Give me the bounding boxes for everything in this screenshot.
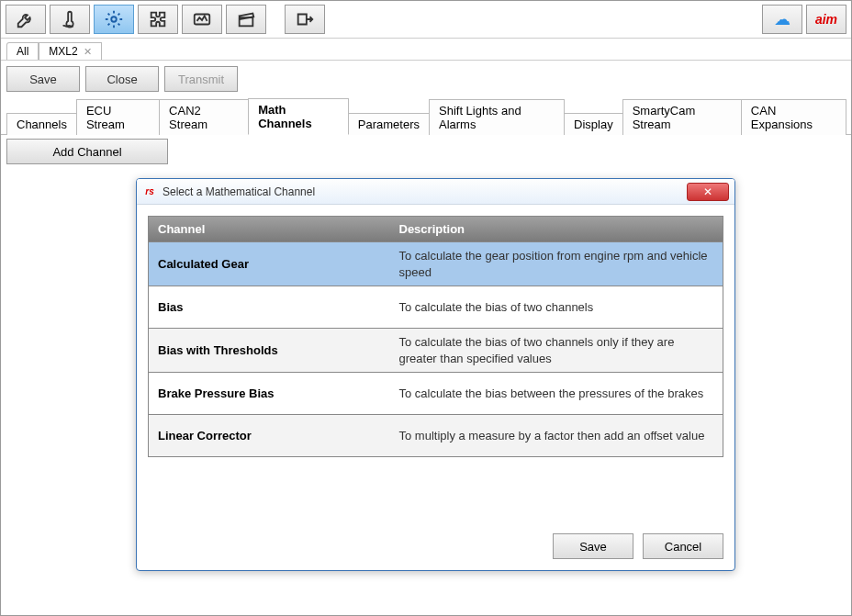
app-icon: rs (142, 185, 157, 199)
dialog-body: Channel Description Calculated Gear To c… (137, 205, 734, 524)
grid-header: Channel Description (149, 217, 723, 241)
dialog-title: Select a Mathematical Channel (163, 185, 315, 198)
gear-run-icon (104, 9, 124, 29)
aim-logo-icon: aim (815, 12, 837, 27)
toolbar-clapper-button[interactable] (226, 5, 266, 34)
grid-row[interactable]: Bias with Thresholds To calculate the bi… (149, 328, 723, 372)
transmit-button: Transmit (164, 66, 238, 92)
col-header-description: Description (390, 217, 723, 241)
aim-logo-button[interactable]: aim (806, 5, 846, 34)
channel-grid: Channel Description Calculated Gear To c… (148, 216, 723, 457)
wrench-icon (16, 9, 36, 29)
doc-tab-all-label: All (17, 45, 28, 58)
dialog-footer: Save Cancel (137, 524, 734, 570)
dialog-save-button[interactable]: Save (553, 533, 633, 559)
toolbar-export-button[interactable] (285, 5, 325, 34)
cell-channel: Bias (149, 295, 390, 319)
cloud-sync-icon: ☁ (774, 9, 790, 29)
tab-can-expansions[interactable]: CAN Expansions (741, 99, 846, 135)
add-channel-button[interactable]: Add Channel (6, 139, 168, 164)
cell-desc: To calculate the bias of two channels on… (390, 329, 723, 372)
toolbar-temperature-button[interactable] (50, 5, 90, 34)
cell-channel: Brake Pressure Bias (149, 381, 390, 406)
config-tabs: Channels ECU Stream CAN2 Stream Math Cha… (1, 97, 851, 135)
clapper-icon (236, 9, 256, 29)
cell-desc: To calculate the gear position from engi… (390, 242, 723, 286)
dialog-close-button[interactable]: ✕ (687, 183, 729, 201)
doc-tab-label: MXL2 (49, 45, 77, 58)
svg-point-0 (111, 17, 117, 22)
cell-channel: Linear Corrector (149, 423, 390, 448)
close-button[interactable]: Close (85, 66, 159, 92)
toolbar-gear-run-button[interactable] (94, 5, 134, 34)
cloud-sync-button[interactable]: ☁ (762, 5, 802, 34)
panel-toolbar: Add Channel (1, 135, 851, 168)
grid-row[interactable]: Calculated Gear To calculate the gear po… (149, 241, 723, 286)
tab-can2-stream[interactable]: CAN2 Stream (159, 99, 249, 135)
app-window: ☁ aim All MXL2 ✕ Save Close Transmit Cha… (0, 0, 852, 616)
cell-desc: To calculate the bias between the pressu… (390, 380, 723, 408)
tab-ecu-stream[interactable]: ECU Stream (76, 99, 160, 135)
grid-row[interactable]: Linear Corrector To multiply a measure b… (149, 414, 723, 456)
grid-row[interactable]: Bias To calculate the bias of two channe… (149, 286, 723, 328)
dialog-titlebar: rs Select a Mathematical Channel ✕ (137, 179, 734, 205)
main-toolbar: ☁ aim (1, 1, 851, 39)
cell-desc: To multiply a measure by a factor then a… (390, 422, 723, 450)
export-icon (295, 9, 315, 29)
cell-channel: Calculated Gear (149, 252, 390, 276)
tab-parameters[interactable]: Parameters (348, 113, 430, 135)
toolbar-puzzle-button[interactable] (138, 5, 178, 34)
meter-icon (192, 9, 212, 29)
grid-row[interactable]: Brake Pressure Bias To calculate the bia… (149, 372, 723, 414)
tab-shift-lights[interactable]: Shift Lights and Alarms (429, 99, 565, 135)
save-button[interactable]: Save (6, 66, 80, 92)
puzzle-icon (148, 9, 168, 29)
cell-channel: Bias with Thresholds (149, 338, 390, 363)
grid-body: Calculated Gear To calculate the gear po… (149, 241, 723, 456)
dialog-cancel-button[interactable]: Cancel (643, 533, 723, 559)
document-tabs: All MXL2 ✕ (1, 39, 851, 61)
toolbar-config-button[interactable] (6, 5, 46, 34)
doc-tab-all[interactable]: All (6, 42, 39, 60)
doc-tab-mxl2[interactable]: MXL2 ✕ (39, 42, 101, 60)
close-icon: ✕ (703, 185, 712, 198)
tab-smartycam[interactable]: SmartyCam Stream (622, 99, 742, 135)
tab-display[interactable]: Display (564, 113, 623, 135)
math-channel-dialog: rs Select a Mathematical Channel ✕ Chann… (136, 178, 735, 571)
close-icon[interactable]: ✕ (84, 46, 92, 58)
toolbar-meter-button[interactable] (182, 5, 222, 34)
tab-channels[interactable]: Channels (6, 113, 77, 135)
tab-math-channels[interactable]: Math Channels (248, 98, 349, 135)
action-bar: Save Close Transmit (1, 61, 851, 97)
col-header-channel: Channel (149, 217, 390, 241)
cell-desc: To calculate the bias of two channels (390, 294, 723, 321)
temperature-icon (60, 9, 80, 29)
